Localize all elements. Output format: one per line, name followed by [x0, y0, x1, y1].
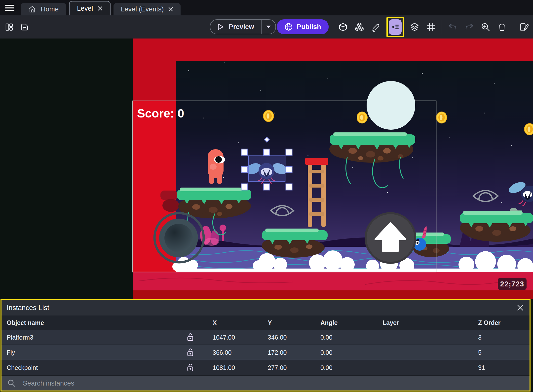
redo-button[interactable] [463, 21, 475, 33]
scene-notes-button[interactable] [518, 21, 530, 33]
instance-zorder: 3 [478, 334, 482, 341]
search-icon [7, 379, 16, 388]
zoom-in-button[interactable] [480, 21, 491, 33]
properties-button[interactable] [370, 21, 381, 33]
scene-notes-icon [519, 22, 529, 32]
instance-zorder: 31 [478, 364, 485, 371]
object-groups-button[interactable] [354, 21, 365, 33]
red-band-top[interactable] [133, 39, 533, 61]
redo-icon [464, 23, 474, 31]
score-text: Score: 0 [137, 107, 184, 120]
lock-open-icon [186, 363, 194, 372]
table-row[interactable]: Platform3 1047.00 346.00 0.00 3 [1, 330, 530, 345]
instance-name: Platform3 [7, 334, 33, 341]
toolbar-divider [513, 20, 513, 34]
table-row[interactable]: Fly 366.00 172.00 0.00 5 [1, 345, 530, 360]
coin [436, 112, 447, 123]
layout-panels-button[interactable] [3, 21, 15, 33]
toolbar-left-group [3, 15, 30, 39]
table-row[interactable]: Checkpoint 1081.00 277.00 0.00 31 [1, 360, 530, 375]
cursor-coordinates-badge: 22;723 [498, 278, 527, 290]
lock-button[interactable] [185, 332, 195, 343]
grid-button[interactable] [425, 21, 437, 33]
play-icon [217, 23, 224, 30]
panel-title: Instances List [7, 304, 49, 312]
panel-close-button[interactable] [516, 303, 525, 313]
lock-button[interactable] [185, 347, 195, 358]
coin [524, 123, 533, 135]
layers-icon [410, 22, 419, 32]
globe-icon [284, 23, 293, 31]
tab-strip: Home Level Level (Events) [21, 0, 181, 15]
home-icon [28, 5, 36, 13]
close-icon [517, 305, 524, 311]
instances-list-highlight [386, 17, 404, 37]
instance-angle: 0.00 [320, 349, 333, 356]
instance-y: 172.00 [268, 349, 287, 356]
trash-icon [497, 23, 506, 32]
instance-name: Fly [7, 349, 15, 356]
column-header-zorder: Z Order [478, 319, 500, 326]
undo-button[interactable] [447, 21, 458, 33]
hamburger-icon [5, 4, 15, 12]
save-button[interactable] [19, 21, 30, 33]
instance-angle: 0.00 [320, 364, 333, 371]
lock-open-icon [186, 348, 194, 357]
preview-dropdown[interactable] [261, 20, 275, 34]
instance-name: Checkpoint [7, 364, 38, 371]
chevron-down-icon [266, 25, 271, 29]
jump-button[interactable] [366, 213, 415, 263]
editor-toolbar: Preview Publish [0, 15, 533, 39]
toolbar-right-group [337, 15, 530, 39]
delete-button[interactable] [496, 21, 508, 33]
coin [357, 112, 367, 123]
instances-list-panel: Instances List Object name X Y Angle Lay… [0, 299, 531, 392]
tab-level[interactable]: Level [69, 1, 111, 15]
instance-x: 1047.00 [213, 334, 235, 341]
column-header-layer: Layer [382, 319, 399, 326]
instance-y: 346.00 [268, 334, 287, 341]
instance-x: 1081.00 [213, 364, 235, 371]
scene-svg[interactable]: Score: 0 [0, 39, 533, 299]
virtual-joystick[interactable] [154, 213, 204, 262]
table-header-row: Object name X Y Angle Layer Z Order [1, 315, 530, 330]
search-bar [1, 376, 530, 391]
close-icon[interactable] [168, 7, 173, 12]
instances-list-button[interactable] [389, 19, 402, 35]
objects-panel-button[interactable] [337, 21, 349, 33]
scene-editor-canvas[interactable]: Score: 0 22;723 [0, 39, 533, 299]
platform[interactable] [262, 229, 328, 258]
layers-button[interactable] [409, 21, 420, 33]
tab-label: Level (Events) [121, 5, 164, 13]
zoom-in-icon [481, 22, 490, 32]
instances-list-icon [391, 22, 400, 32]
grid-icon [426, 23, 435, 32]
object-groups-icon [355, 22, 364, 32]
publish-button[interactable]: Publish [277, 19, 329, 34]
gdevelop-window: Home Level Level (Events) [0, 0, 533, 392]
panel-header: Instances List [1, 300, 530, 315]
red-band-bottom [133, 272, 533, 299]
instance-angle: 0.00 [320, 334, 333, 341]
moon[interactable] [367, 81, 415, 130]
close-icon[interactable] [98, 6, 103, 11]
instance-x: 366.00 [213, 349, 231, 356]
preview-main[interactable]: Preview [210, 20, 261, 34]
save-icon [20, 23, 29, 32]
publish-label: Publish [297, 23, 321, 31]
column-header-x: X [213, 319, 217, 326]
toolbar-divider [442, 20, 442, 34]
tab-label: Level [77, 5, 93, 12]
lock-button[interactable] [185, 362, 195, 373]
properties-pencil-icon [371, 22, 381, 32]
search-input[interactable] [22, 379, 321, 388]
objects-3d-icon [338, 22, 348, 32]
column-header-name: Object name [7, 319, 44, 326]
main-menu-button[interactable] [4, 3, 15, 13]
tab-level-events[interactable]: Level (Events) [114, 3, 181, 15]
tab-home[interactable]: Home [21, 3, 66, 15]
preview-button[interactable]: Preview [210, 19, 276, 34]
instance-y: 277.00 [268, 364, 287, 371]
platform[interactable] [460, 208, 533, 242]
instance-zorder: 5 [478, 349, 482, 356]
